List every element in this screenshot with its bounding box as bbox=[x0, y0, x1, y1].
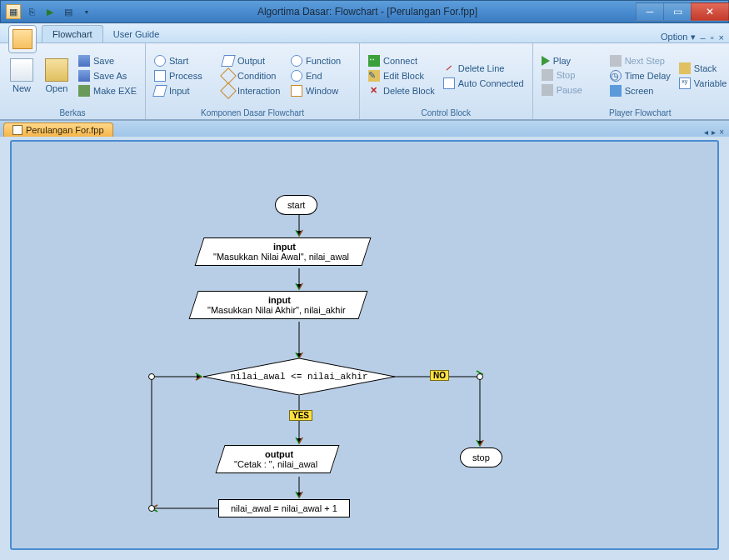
next-step-button[interactable]: Next Step bbox=[607, 54, 674, 68]
flowchart-process[interactable]: nilai_awal = nilai_awal + 1 bbox=[218, 499, 350, 518]
menubar: Flowchart User Guide Option ▾ – ▫ × bbox=[0, 23, 729, 43]
delete-line-button[interactable]: ⟋Delete Line bbox=[440, 62, 527, 75]
flowchart-input-1[interactable]: input "Masukkan Nilai Awal", nilai_awal bbox=[194, 238, 371, 266]
maximize-button[interactable]: ▭ bbox=[663, 2, 692, 21]
document-tabstrip: Perulangan For.fpp ◂ ▸ × bbox=[0, 120, 729, 137]
ribbon-group-berkas: New Open Save Save As Make EXE Berkas bbox=[0, 43, 146, 119]
play-button[interactable]: Play bbox=[538, 55, 605, 67]
output-button[interactable]: Output bbox=[219, 54, 286, 68]
mdi-restore-icon[interactable]: ▫ bbox=[711, 32, 714, 42]
connector-dot[interactable] bbox=[148, 505, 155, 512]
connect-button[interactable]: ↔Connect bbox=[365, 54, 438, 68]
ribbon-group-label: Berkas bbox=[5, 107, 140, 119]
save-button[interactable]: Save bbox=[75, 54, 140, 68]
qat-icon-app[interactable]: ▦ bbox=[6, 4, 21, 19]
ribbon-group-komponen: Start Process Input Output Condition Int… bbox=[146, 43, 360, 119]
pause-button[interactable]: Pause bbox=[538, 83, 605, 97]
time-delay-button[interactable]: ◷Time Delay bbox=[607, 69, 674, 82]
flowchart-stop[interactable]: stop bbox=[460, 448, 502, 468]
file-tab-label: Perulangan For.fpp bbox=[26, 125, 104, 135]
qat-icon-2[interactable]: ▤ bbox=[61, 4, 76, 19]
ribbon: New Open Save Save As Make EXE Berkas St… bbox=[0, 43, 729, 120]
titlebar: ▦ ⎘ ▶ ▤ ▼ Algortima Dasar: Flowchart - [… bbox=[0, 0, 729, 23]
flowchart-start[interactable]: start bbox=[275, 195, 317, 215]
connector-dot[interactable] bbox=[148, 373, 155, 380]
ribbon-group-control: ↔Connect ✎Edit Block ✕Delete Block ⟋Dele… bbox=[360, 43, 533, 119]
ribbon-group-label: Komponen Dasar Flowchart bbox=[151, 107, 354, 119]
connector-dot[interactable] bbox=[477, 373, 483, 380]
decision-yes-label: YES bbox=[289, 410, 312, 421]
end-button[interactable]: End bbox=[287, 69, 354, 82]
tab-flowchart[interactable]: Flowchart bbox=[42, 25, 103, 42]
tab-close-icon[interactable]: × bbox=[719, 128, 724, 137]
new-button[interactable]: New bbox=[5, 45, 38, 107]
mdi-close-icon[interactable]: × bbox=[719, 32, 724, 42]
save-as-button[interactable]: Save As bbox=[75, 69, 140, 82]
input-button[interactable]: Input bbox=[151, 84, 217, 98]
file-icon bbox=[12, 125, 22, 135]
variable-button[interactable]: xyVariable bbox=[676, 77, 729, 90]
tab-prev-icon[interactable]: ◂ bbox=[704, 128, 708, 137]
tab-user-guide[interactable]: User Guide bbox=[103, 26, 170, 42]
file-tab[interactable]: Perulangan For.fpp bbox=[3, 122, 113, 137]
flowchart-output[interactable]: output "Cetak : ", nilai_awal bbox=[215, 445, 339, 473]
ribbon-group-player: Play Stop Pause Next Step ◷Time Delay Sc… bbox=[533, 43, 729, 119]
flowchart-input-2[interactable]: input "Masukkan Nilai Akhir", nilai_akhi… bbox=[188, 291, 367, 319]
app-jewel[interactable] bbox=[8, 25, 37, 53]
stop-button[interactable]: Stop bbox=[538, 68, 605, 82]
flowchart-decision[interactable]: nilai_awal <= nilai_akhir bbox=[203, 358, 395, 395]
screen-button[interactable]: Screen bbox=[607, 84, 674, 98]
flowchart-canvas[interactable]: start input "Masukkan Nilai Awal", nilai… bbox=[10, 140, 719, 550]
edit-block-button[interactable]: ✎Edit Block bbox=[365, 69, 438, 82]
connector-lines bbox=[12, 142, 717, 548]
open-button[interactable]: Open bbox=[40, 45, 73, 107]
auto-connected-button[interactable]: Auto Connected bbox=[440, 77, 527, 90]
window-buttons: ─ ▭ ✕ bbox=[636, 2, 728, 21]
tab-next-icon[interactable]: ▸ bbox=[712, 128, 716, 137]
window-button[interactable]: Window bbox=[287, 84, 354, 98]
qat-icon-1[interactable]: ⎘ bbox=[24, 4, 39, 19]
option-menu[interactable]: Option ▾ bbox=[661, 32, 695, 42]
quick-access-toolbar: ▦ ⎘ ▶ ▤ ▼ bbox=[1, 4, 99, 19]
minimize-button[interactable]: ─ bbox=[636, 2, 664, 21]
play-icon[interactable]: ▶ bbox=[42, 4, 57, 19]
ribbon-group-label: Control Block bbox=[365, 107, 527, 119]
menubar-right: Option ▾ – ▫ × bbox=[661, 32, 729, 42]
process-button[interactable]: Process bbox=[151, 69, 217, 82]
make-exe-button[interactable]: Make EXE bbox=[75, 84, 140, 98]
start-button[interactable]: Start bbox=[151, 54, 217, 68]
stack-button[interactable]: Stack bbox=[676, 62, 729, 75]
mdi-minimize-icon[interactable]: – bbox=[701, 32, 706, 42]
function-button[interactable]: Function bbox=[287, 54, 354, 68]
interaction-button[interactable]: Interaction bbox=[219, 84, 286, 98]
close-button[interactable]: ✕ bbox=[691, 2, 729, 21]
decision-no-label: NO bbox=[430, 370, 449, 381]
condition-button[interactable]: Condition bbox=[219, 69, 286, 82]
window-title: Algortima Dasar: Flowchart - [Perulangan… bbox=[99, 6, 636, 18]
ribbon-group-label: Player Flowchart bbox=[538, 107, 729, 119]
dropdown-icon[interactable]: ▼ bbox=[79, 4, 94, 19]
delete-block-button[interactable]: ✕Delete Block bbox=[365, 84, 438, 98]
